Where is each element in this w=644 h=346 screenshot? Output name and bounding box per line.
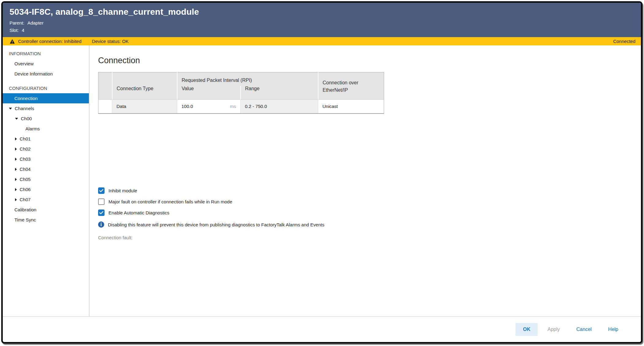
title-bar: 5034-IF8C, analog_8_channe_current_modul… <box>3 3 641 37</box>
footer-button-bar: OK Apply Cancel Help <box>3 316 641 342</box>
column-group-header-rpi: Requested Packet Interval (RPI) <box>177 72 318 86</box>
cancel-button[interactable]: Cancel <box>573 323 595 336</box>
connection-options: Inhibit module Major fault on controller… <box>98 187 641 240</box>
screenshot-frame: 5034-IF8C, analog_8_channe_current_modul… <box>0 0 644 346</box>
sidebar-item-ch06[interactable]: Ch06 <box>3 184 89 194</box>
chevron-right-icon[interactable] <box>15 178 17 181</box>
sidebar-item-label: Ch00 <box>21 116 32 121</box>
rpi-range-cell: 0.2 - 750.0 <box>241 99 318 113</box>
parent-label: Parent: <box>10 19 24 27</box>
controller-connection-status: Controller connection: Inhibited <box>18 39 82 44</box>
row-selector-cell[interactable] <box>98 99 112 113</box>
module-properties-window: 5034-IF8C, analog_8_channe_current_modul… <box>1 1 642 344</box>
rpi-value-cell[interactable]: 100.0 ms <box>177 99 241 113</box>
chevron-down-icon[interactable] <box>15 118 18 120</box>
sidebar-item-overview[interactable]: Overview <box>3 59 89 69</box>
sidebar-item-label: Ch06 <box>20 187 31 192</box>
column-header-range: Range <box>241 86 318 100</box>
sidebar-item-label: Ch04 <box>20 167 31 172</box>
sidebar-item-ch00[interactable]: Ch00 <box>3 113 89 124</box>
sidebar-item-ch00-alarms[interactable]: Alarms <box>3 124 89 134</box>
warning-icon <box>10 39 15 44</box>
status-bar: Controller connection: Inhibited Device … <box>3 37 641 45</box>
sidebar-item-ch03[interactable]: Ch03 <box>3 154 89 164</box>
sidebar-item-ch02[interactable]: Ch02 <box>3 144 89 154</box>
body: INFORMATION Overview Device Information … <box>3 45 641 316</box>
connection-panel: Connection Connection Type Requested Pac… <box>90 45 641 316</box>
help-button[interactable]: Help <box>605 323 621 336</box>
chevron-right-icon[interactable] <box>15 158 17 161</box>
diagnostics-info-row: Disabling this feature will prevent this… <box>98 221 641 228</box>
sidebar-item-ch01[interactable]: Ch01 <box>3 134 89 144</box>
connection-over-ethernet-ip-cell[interactable]: Unicast <box>318 99 384 113</box>
column-header-value: Value <box>177 86 241 100</box>
sidebar-item-connection[interactable]: Connection <box>3 93 89 103</box>
sidebar-item-label: Ch02 <box>20 146 31 152</box>
parent-row: Parent: Adapter <box>10 19 634 27</box>
sidebar-item-label: Ch07 <box>20 197 31 202</box>
sidebar-nav: INFORMATION Overview Device Information … <box>3 45 90 316</box>
slot-value: 4 <box>22 27 24 34</box>
rpi-table: Connection Type Requested Packet Interva… <box>98 72 384 114</box>
column-header-connection-over-ethernet-ip: Connection over EtherNet/IP <box>318 72 384 100</box>
chevron-right-icon[interactable] <box>15 198 17 201</box>
device-status: Device status: OK <box>92 39 129 44</box>
ok-button[interactable]: OK <box>516 323 538 336</box>
inhibit-module-checkbox[interactable] <box>98 187 105 194</box>
major-fault-checkbox[interactable] <box>98 198 105 205</box>
connection-type-cell: Data <box>112 99 177 113</box>
chevron-right-icon[interactable] <box>15 148 17 151</box>
apply-button[interactable]: Apply <box>544 323 563 336</box>
parent-value: Adapter <box>27 19 44 27</box>
panel-heading: Connection <box>98 56 641 65</box>
chevron-right-icon[interactable] <box>15 168 17 171</box>
chevron-right-icon[interactable] <box>15 137 17 140</box>
inhibit-module-label: Inhibit module <box>109 188 137 193</box>
major-fault-row: Major fault on controller if connection … <box>98 198 641 205</box>
chevron-down-icon[interactable] <box>9 108 12 110</box>
sidebar-item-ch05[interactable]: Ch05 <box>3 174 89 184</box>
major-fault-label: Major fault on controller if connection … <box>109 199 232 204</box>
column-header-connection-type: Connection Type <box>112 72 177 100</box>
info-icon <box>98 221 104 228</box>
slot-row: Slot: 4 <box>10 27 634 34</box>
row-selector-header <box>98 72 112 100</box>
sidebar-item-device-information[interactable]: Device Information <box>3 69 89 79</box>
sidebar-section-information: INFORMATION <box>3 48 89 59</box>
automatic-diagnostics-row: Enable Automatic Diagnostics <box>98 210 641 216</box>
sidebar-item-label: Ch01 <box>20 136 31 141</box>
inhibit-module-row: Inhibit module <box>98 187 641 194</box>
sidebar-spacer <box>3 79 89 83</box>
sidebar-item-label: Ch03 <box>20 156 31 162</box>
diagnostics-info-text: Disabling this feature will prevent this… <box>108 222 324 227</box>
automatic-diagnostics-label: Enable Automatic Diagnostics <box>109 210 169 215</box>
connection-state-badge: Connected <box>613 39 635 44</box>
connection-fault-label: Connection fault: <box>98 235 641 240</box>
sidebar-item-label: Channels <box>15 106 34 111</box>
rpi-value[interactable]: 100.0 <box>181 104 193 109</box>
table-row: Data 100.0 ms 0.2 - 750.0 Unicast <box>98 99 384 113</box>
sidebar-item-label: Ch05 <box>20 177 31 182</box>
sidebar-section-configuration: CONFIGURATION <box>3 83 89 93</box>
chevron-right-icon[interactable] <box>15 188 17 191</box>
sidebar-item-ch07[interactable]: Ch07 <box>3 194 89 205</box>
sidebar-item-time-sync[interactable]: Time Sync <box>3 215 89 225</box>
sidebar-item-ch04[interactable]: Ch04 <box>3 164 89 174</box>
sidebar-item-channels[interactable]: Channels <box>3 103 89 113</box>
page-title: 5034-IF8C, analog_8_channe_current_modul… <box>10 7 634 17</box>
automatic-diagnostics-checkbox[interactable] <box>98 210 105 216</box>
rpi-unit: ms <box>230 104 236 109</box>
slot-label: Slot: <box>10 27 19 34</box>
sidebar-item-calibration[interactable]: Calibration <box>3 205 89 215</box>
